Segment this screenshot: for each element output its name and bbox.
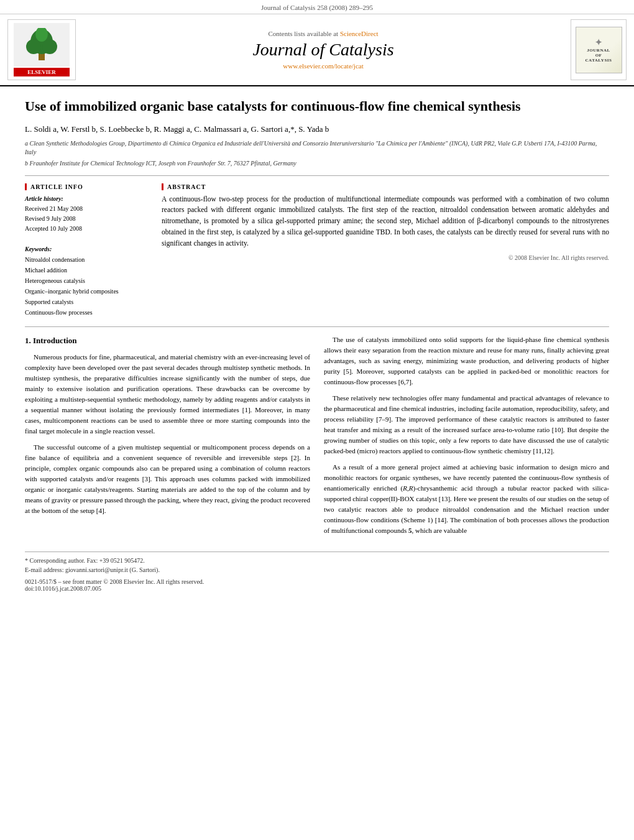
affiliation-b: b Fraunhofer Institute for Chemical Tech… bbox=[25, 159, 609, 168]
keyword-6: Continuous-flow processes bbox=[25, 307, 149, 318]
article-info-abstract: ARTICLE INFO Article history: Received 2… bbox=[25, 183, 609, 318]
authors-line: L. Soldi a, W. Ferstl b, S. Loebbecke b,… bbox=[25, 124, 609, 134]
journal-title: Journal of Catalysis bbox=[252, 40, 393, 60]
intro-p2: The successful outcome of a given multis… bbox=[25, 442, 310, 516]
article-info-label: ARTICLE INFO bbox=[25, 183, 149, 190]
keywords-block: Keywords: Nitroaldol condensation Michae… bbox=[25, 244, 149, 318]
journal-ref: Journal of Catalysis 258 (2008) 289–295 bbox=[261, 4, 373, 11]
header-area: ELSEVIER Contents lists available at Sci… bbox=[0, 14, 634, 86]
keyword-5: Supported catalysts bbox=[25, 297, 149, 307]
accepted-date: Accepted 10 July 2008 bbox=[25, 224, 149, 234]
copyright-line: © 2008 Elsevier Inc. All rights reserved… bbox=[162, 254, 609, 261]
divider-1 bbox=[25, 175, 609, 176]
body-columns: 1. Introduction Numerous products for fi… bbox=[25, 335, 609, 542]
authors-text: L. Soldi a, W. Ferstl b, S. Loebbecke b,… bbox=[25, 124, 329, 134]
top-bar: Journal of Catalysis 258 (2008) 289–295 bbox=[0, 0, 634, 14]
sciencedirect-line: Contents lists available at ScienceDirec… bbox=[268, 30, 378, 37]
elsevier-tree-svg bbox=[20, 28, 63, 62]
joc-star-icon: ✦ bbox=[595, 37, 603, 48]
header-center: Contents lists available at ScienceDirec… bbox=[82, 19, 564, 80]
body-col-left: 1. Introduction Numerous products for fi… bbox=[25, 335, 310, 542]
corresponding-author: * Corresponding author. Fax: +39 0521 90… bbox=[25, 556, 609, 565]
keywords-label: Keywords: bbox=[25, 246, 52, 252]
page-wrapper: Journal of Catalysis 258 (2008) 289–295 … bbox=[0, 0, 634, 603]
history-label: Article history: bbox=[25, 195, 63, 202]
elsevier-tree-image bbox=[14, 23, 70, 67]
abstract-text: A continuous-flow two-step process for t… bbox=[162, 194, 609, 249]
footnotes: * Corresponding author. Fax: +39 0521 90… bbox=[25, 552, 609, 575]
svg-point-3 bbox=[42, 39, 57, 54]
intro-p4: These relatively new technologies offer … bbox=[324, 393, 609, 456]
article-title: Use of immobilized organic base catalyst… bbox=[25, 98, 609, 116]
doi-text: doi:10.1016/j.jcat.2008.07.005 bbox=[25, 585, 101, 592]
article-info-col: ARTICLE INFO Article history: Received 2… bbox=[25, 183, 149, 318]
divider-2 bbox=[25, 326, 609, 327]
keyword-2: Michael addition bbox=[25, 265, 149, 275]
journal-logo-box: ✦ JOURNAL OF CATALYSIS bbox=[571, 19, 627, 80]
intro-p5: As a result of a more general project ai… bbox=[324, 462, 609, 536]
joc-logo: ✦ JOURNAL OF CATALYSIS bbox=[576, 27, 622, 73]
article-history: Article history: Received 21 May 2008 Re… bbox=[25, 194, 149, 234]
revised-date: Revised 9 July 2008 bbox=[25, 214, 149, 224]
section1-heading: 1. Introduction bbox=[25, 335, 310, 347]
author-email: E-mail address: giovanni.sartori@unipr.i… bbox=[25, 565, 609, 575]
keyword-3: Heterogeneous catalysis bbox=[25, 275, 149, 286]
journal-url[interactable]: www.elsevier.com/locate/jcat bbox=[283, 62, 363, 70]
keyword-4: Organic–inorganic hybrid composites bbox=[25, 286, 149, 297]
intro-p1: Numerous products for fine, pharmaceutic… bbox=[25, 352, 310, 436]
article-content: Use of immobilized organic base catalyst… bbox=[0, 86, 634, 603]
sciencedirect-link[interactable]: ScienceDirect bbox=[340, 30, 379, 37]
abstract-label: ABSTRACT bbox=[162, 183, 609, 190]
received-date: Received 21 May 2008 bbox=[25, 204, 149, 214]
abstract-col: ABSTRACT A continuous-flow two-step proc… bbox=[162, 183, 609, 318]
intro-p3: The use of catalysts immobilized onto so… bbox=[324, 335, 609, 387]
body-col-right: The use of catalysts immobilized onto so… bbox=[324, 335, 609, 542]
issn-line: 0021-9517/$ – see front matter © 2008 El… bbox=[25, 578, 609, 592]
keyword-1: Nitroaldol condensation bbox=[25, 254, 149, 265]
issn-text: 0021-9517/$ – see front matter © 2008 El… bbox=[25, 578, 204, 585]
elsevier-label: ELSEVIER bbox=[14, 68, 70, 76]
affiliation-a: a Clean Synthetic Methodologies Group, D… bbox=[25, 139, 609, 157]
svg-point-2 bbox=[26, 39, 41, 54]
elsevier-logo: ELSEVIER bbox=[7, 19, 76, 80]
